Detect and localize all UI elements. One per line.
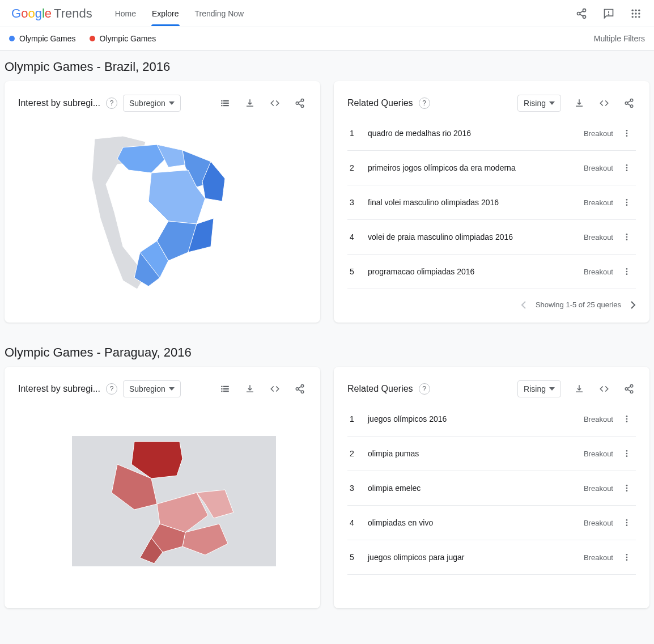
feedback-icon[interactable] xyxy=(602,7,615,20)
query-row[interactable]: 4volei de praia masculino olimpiadas 201… xyxy=(347,220,636,255)
svg-point-10 xyxy=(632,12,634,14)
query-rank: 4 xyxy=(350,232,361,242)
svg-line-4 xyxy=(580,14,583,16)
query-text: olimpia emelec xyxy=(361,484,584,493)
multiple-filters-button[interactable]: Multiple Filters xyxy=(594,34,645,43)
svg-line-57 xyxy=(298,389,301,391)
comparison-chip-1[interactable]: Olympic Games xyxy=(9,34,76,43)
comparison-chip-2[interactable]: Olympic Games xyxy=(90,34,156,43)
query-score: Breakout xyxy=(584,268,613,276)
share-icon[interactable] xyxy=(293,382,307,396)
svg-rect-19 xyxy=(223,103,229,104)
svg-point-54 xyxy=(296,388,299,391)
query-row[interactable]: 2olimpia pumasBreakout xyxy=(347,437,636,471)
embed-icon[interactable] xyxy=(268,96,282,110)
pager-prev-icon[interactable] xyxy=(521,301,526,309)
download-icon[interactable] xyxy=(572,96,586,110)
query-row[interactable]: 1juegos olímpicos 2016Breakout xyxy=(347,402,636,437)
svg-rect-47 xyxy=(221,386,222,387)
help-icon[interactable]: ? xyxy=(106,98,117,109)
svg-line-30 xyxy=(627,101,630,103)
query-row[interactable]: 5juegos olimpicos para jugarBreakout xyxy=(347,540,636,575)
more-vert-icon[interactable] xyxy=(620,265,634,278)
more-vert-icon[interactable] xyxy=(620,196,634,209)
map-paraguay[interactable] xyxy=(18,402,307,595)
nav-explore[interactable]: Explore xyxy=(152,1,179,26)
download-icon[interactable] xyxy=(572,382,586,396)
nav-home[interactable]: Home xyxy=(115,1,136,26)
query-rank: 5 xyxy=(350,553,361,562)
rising-select[interactable]: Rising xyxy=(517,95,561,112)
svg-point-23 xyxy=(296,102,299,105)
svg-point-9 xyxy=(638,9,640,11)
query-row[interactable]: 5programacao olimpiadas 2016Breakout xyxy=(347,255,636,289)
help-icon[interactable]: ? xyxy=(106,383,117,395)
query-text: olimpiadas en vivo xyxy=(361,518,584,527)
share-icon[interactable] xyxy=(622,96,636,110)
list-view-icon[interactable] xyxy=(218,382,232,396)
share-icon[interactable] xyxy=(293,96,307,110)
rising-select[interactable]: Rising xyxy=(517,380,561,397)
share-icon[interactable] xyxy=(575,7,588,20)
help-icon[interactable]: ? xyxy=(419,383,430,395)
help-icon[interactable]: ? xyxy=(419,98,430,109)
query-row[interactable]: 1quadro de medalhas rio 2016Breakout xyxy=(347,116,636,151)
subregion-select[interactable]: Subregion xyxy=(123,380,181,397)
map-brazil[interactable] xyxy=(18,116,307,309)
svg-point-71 xyxy=(626,488,628,489)
svg-rect-18 xyxy=(221,103,222,104)
svg-line-25 xyxy=(298,101,301,103)
download-icon[interactable] xyxy=(243,96,257,110)
related-queries-card: Related Queries ? Rising 1quadro de meda… xyxy=(334,81,649,323)
chevron-down-icon xyxy=(549,387,555,391)
pager-next-icon[interactable] xyxy=(630,301,636,309)
subregion-select[interactable]: Subregion xyxy=(123,95,181,112)
list-view-icon[interactable] xyxy=(218,96,232,110)
query-row[interactable]: 3final volei masculino olimpiadas 2016Br… xyxy=(347,185,636,220)
svg-rect-51 xyxy=(221,391,222,392)
nav-trending-now[interactable]: Trending Now xyxy=(195,1,244,26)
select-label: Rising xyxy=(524,99,546,108)
embed-icon[interactable] xyxy=(597,96,611,110)
query-row[interactable]: 2primeiros jogos olímpicos da era modern… xyxy=(347,151,636,185)
more-vert-icon[interactable] xyxy=(620,126,634,140)
download-icon[interactable] xyxy=(243,382,257,396)
query-rank: 2 xyxy=(350,163,361,172)
chip-label: Olympic Games xyxy=(19,34,76,43)
query-row[interactable]: 3olimpia emelecBreakout xyxy=(347,471,636,506)
more-vert-icon[interactable] xyxy=(620,161,634,175)
chip-label: Olympic Games xyxy=(100,34,156,43)
svg-rect-16 xyxy=(221,100,222,101)
svg-point-32 xyxy=(626,130,628,132)
svg-point-7 xyxy=(632,9,634,11)
svg-point-33 xyxy=(626,133,628,134)
svg-point-77 xyxy=(626,557,628,558)
query-row[interactable]: 4olimpiadas en vivoBreakout xyxy=(347,506,636,540)
card-title: Interest by subregi... xyxy=(18,384,100,394)
svg-point-11 xyxy=(635,12,636,14)
apps-grid-icon[interactable] xyxy=(629,7,643,20)
svg-point-44 xyxy=(626,268,628,270)
svg-point-40 xyxy=(626,204,628,206)
more-vert-icon[interactable] xyxy=(620,516,634,529)
card-title: Interest by subregi... xyxy=(18,98,100,108)
svg-point-55 xyxy=(301,391,304,393)
pager-text: Showing 1-5 of 25 queries xyxy=(536,300,621,309)
more-vert-icon[interactable] xyxy=(620,230,634,244)
chevron-down-icon xyxy=(549,101,555,105)
embed-icon[interactable] xyxy=(597,382,611,396)
more-vert-icon[interactable] xyxy=(620,550,634,564)
svg-point-36 xyxy=(626,167,628,169)
svg-rect-21 xyxy=(223,105,229,106)
embed-icon[interactable] xyxy=(268,382,282,396)
more-vert-icon[interactable] xyxy=(620,412,634,426)
svg-point-28 xyxy=(625,102,628,105)
share-icon[interactable] xyxy=(622,382,636,396)
svg-rect-17 xyxy=(223,100,229,101)
svg-point-35 xyxy=(626,164,628,166)
more-vert-icon[interactable] xyxy=(620,481,634,495)
query-score: Breakout xyxy=(584,198,613,207)
google-trends-logo[interactable]: Google Trends xyxy=(11,6,92,21)
more-vert-icon[interactable] xyxy=(620,447,634,460)
svg-point-72 xyxy=(626,490,628,492)
